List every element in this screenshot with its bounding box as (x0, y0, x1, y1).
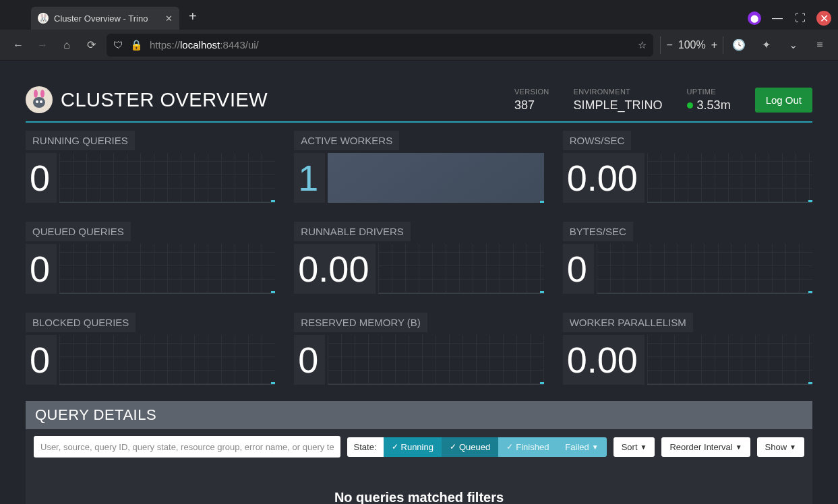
minimize-button[interactable]: — (771, 11, 784, 25)
stat-value: 0.00 (563, 335, 645, 385)
header-divider (26, 121, 812, 123)
stat-worker-parallelism: WORKER PARALLELISM 0.00 (563, 313, 812, 385)
menu-icon[interactable]: ≡ (811, 36, 829, 54)
zoom-level: 100% (678, 39, 706, 51)
browser-tab[interactable]: 🐰 Cluster Overview - Trino ✕ (31, 7, 179, 30)
stat-value: 0 (26, 335, 57, 385)
stat-value: 0.00 (563, 153, 645, 203)
extensions-icon[interactable]: ✦ (757, 36, 775, 54)
zoom-controls: − 100% + (660, 36, 723, 54)
logo (26, 86, 53, 113)
stat-value: 0 (26, 244, 57, 294)
query-empty-message: No queries matched filters (26, 464, 812, 504)
sparkline (59, 153, 275, 203)
back-button[interactable]: ← (9, 36, 27, 54)
url-bar[interactable]: 🛡 🔒 https://localhost:8443/ui/ ☆ (107, 34, 653, 57)
stat-value: 0 (26, 153, 57, 203)
browser-titlebar: 🐰 Cluster Overview - Trino ✕ + ⬤ — ⛶ ✕ (0, 0, 838, 30)
url-text: https://localhost:8443/ui/ (150, 39, 631, 51)
reload-button[interactable]: ⟳ (82, 36, 100, 54)
stat-reserved-memory: RESERVED MEMORY (B) 0 (294, 313, 543, 385)
new-tab-button[interactable]: + (189, 9, 197, 24)
browser-toolbar: ← → ⌂ ⟳ 🛡 🔒 https://localhost:8443/ui/ ☆… (0, 30, 838, 61)
sparkline (59, 335, 275, 385)
query-details-header: QUERY DETAILS (26, 401, 812, 429)
stat-bytes-sec: BYTES/SEC 0 (563, 222, 812, 294)
filter-running-button[interactable]: ✓Running (384, 437, 442, 457)
history-icon[interactable]: 🕓 (730, 36, 748, 54)
sparkline (647, 335, 812, 385)
tab-favicon: 🐰 (38, 13, 49, 24)
filter-failed-button[interactable]: Failed▼ (557, 437, 606, 457)
stat-label: ACTIVE WORKERS (294, 131, 399, 150)
chevron-down-icon: ▼ (640, 443, 647, 451)
tab-close-icon[interactable]: ✕ (165, 13, 173, 24)
page-content: CLUSTER OVERVIEW VERSION 387 ENVIRONMENT… (0, 61, 838, 504)
show-dropdown[interactable]: Show▼ (757, 437, 804, 457)
query-details: QUERY DETAILS State: ✓Running ✓Queued ✓F… (26, 401, 812, 504)
page-header: CLUSTER OVERVIEW VERSION 387 ENVIRONMENT… (26, 86, 812, 115)
stats-grid: RUNNING QUERIES 0 ACTIVE WORKERS 1 ROWS/… (26, 131, 812, 385)
zoom-out-button[interactable]: − (666, 39, 672, 51)
version-block: VERSION 387 (514, 88, 549, 113)
svg-point-2 (40, 90, 44, 98)
version-value: 387 (514, 98, 549, 113)
stat-blocked-queries: BLOCKED QUERIES 0 (26, 313, 275, 385)
stat-queued-queries: QUEUED QUERIES 0 (26, 222, 275, 294)
filter-finished-button[interactable]: ✓Finished (498, 437, 557, 457)
private-mode-icon: ⬤ (748, 11, 761, 25)
stat-value: 0 (563, 244, 594, 294)
state-label: State: (347, 437, 384, 457)
stat-label: ROWS/SEC (563, 131, 632, 150)
stat-rows-sec: ROWS/SEC 0.00 (563, 131, 812, 203)
query-filters: State: ✓Running ✓Queued ✓Finished Failed… (26, 429, 812, 464)
stat-value: 1 (294, 153, 325, 203)
svg-point-1 (34, 90, 38, 98)
environment-value: SIMPLE_TRINO (574, 98, 663, 113)
chevron-down-icon: ▼ (592, 443, 599, 451)
uptime-value: 3.53m (697, 98, 731, 113)
check-icon: ✓ (506, 442, 513, 451)
stat-label: RUNNING QUERIES (26, 131, 135, 150)
logout-button[interactable]: Log Out (755, 88, 812, 113)
sparkline (378, 244, 543, 294)
forward-button[interactable]: → (34, 36, 51, 54)
close-window-button[interactable]: ✕ (816, 11, 831, 26)
query-search-input[interactable] (34, 436, 340, 458)
status-dot-icon (687, 102, 693, 108)
stat-label: RESERVED MEMORY (B) (294, 313, 427, 332)
stat-value: 0.00 (294, 244, 376, 294)
stat-value: 0 (294, 335, 325, 385)
reorder-interval-dropdown[interactable]: Reorder Interval▼ (661, 437, 750, 457)
home-button[interactable]: ⌂ (58, 36, 76, 54)
stat-label: BYTES/SEC (563, 222, 633, 241)
sparkline (328, 335, 543, 385)
stat-running-queries: RUNNING QUERIES 0 (26, 131, 275, 203)
sort-dropdown[interactable]: Sort▼ (613, 437, 655, 457)
sparkline (328, 153, 543, 203)
tab-title: Cluster Overview - Trino (54, 13, 148, 24)
sparkline (647, 153, 812, 203)
chevron-down-icon: ▼ (789, 443, 796, 451)
stat-label: QUEUED QUERIES (26, 222, 131, 241)
stat-label: RUNNABLE DRIVERS (294, 222, 411, 241)
stat-label: BLOCKED QUERIES (26, 313, 136, 332)
state-filter-group: State: ✓Running ✓Queued ✓Finished Failed… (347, 437, 607, 457)
stat-active-workers: ACTIVE WORKERS 1 (294, 131, 543, 203)
environment-block: ENVIRONMENT SIMPLE_TRINO (574, 88, 663, 113)
zoom-in-button[interactable]: + (711, 39, 717, 51)
check-icon: ✓ (392, 442, 398, 451)
uptime-label: UPTIME (687, 88, 731, 96)
maximize-button[interactable]: ⛶ (794, 11, 807, 25)
bookmark-icon[interactable]: ☆ (638, 39, 647, 51)
svg-point-0 (33, 97, 45, 108)
sparkline (597, 244, 812, 294)
shield-icon: 🛡 (113, 39, 123, 51)
sparkline (59, 244, 275, 294)
chevron-down-icon: ▼ (736, 443, 742, 451)
uptime-block: UPTIME 3.53m (687, 88, 731, 113)
filter-queued-button[interactable]: ✓Queued (442, 437, 498, 457)
pocket-icon[interactable]: ⌄ (784, 36, 802, 54)
svg-point-3 (36, 100, 38, 103)
stat-label: WORKER PARALLELISM (563, 313, 693, 332)
